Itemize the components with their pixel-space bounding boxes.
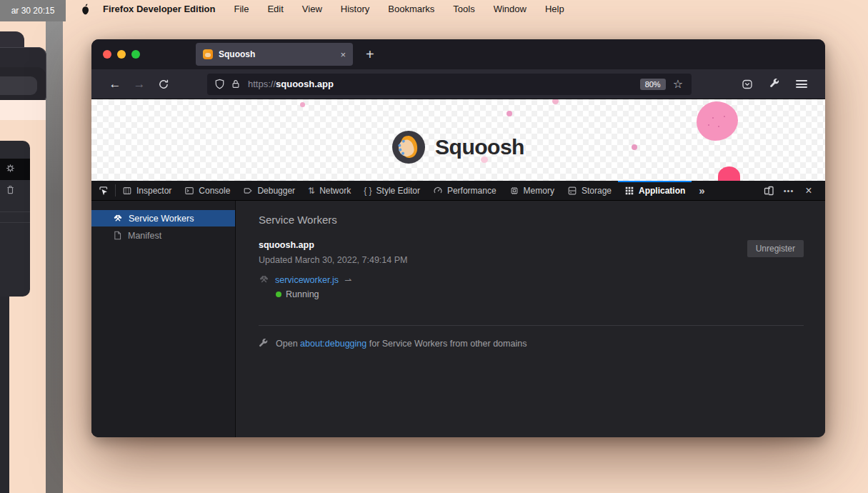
network-icon: ⇅ [308,186,315,196]
url-text: https://squoosh.app [248,79,334,89]
devtools-tab-inspector[interactable]: Inspector [116,181,178,201]
pink-confetti-dot [481,156,488,163]
background-gear-row [0,159,30,180]
sidebar-item-service-workers[interactable]: Service Workers [91,210,235,226]
gear-icon [5,163,16,176]
squoosh-wordmark: Squoosh [435,135,524,159]
menubar-app-name[interactable]: Firefox Developer Edition [103,4,215,14]
pink-confetti-dot [552,99,559,104]
hammers-icon [113,214,123,224]
divider [0,211,30,212]
node-picker-icon[interactable] [91,185,115,196]
pink-confetti-dot [632,144,637,150]
squoosh-logo-icon [392,131,425,164]
devtools-panel: Inspector Console Debugger [91,181,825,437]
application-sidebar: Service Workers Manifest [91,201,236,437]
background-sidebar-window [0,141,30,297]
devtools-tab-debugger[interactable]: Debugger [236,181,301,201]
macos-menubar: Firefox Developer Edition File Edit View… [0,0,868,18]
browser-tab-squoosh[interactable]: Squoosh × [196,43,353,66]
menu-history[interactable]: History [341,4,369,14]
devtools-tab-bar: Inspector Console Debugger [91,181,825,201]
forward-button[interactable]: → [127,77,151,91]
worker-script-link[interactable]: serviceworker.js [275,275,339,285]
braces-icon: { } [364,186,371,196]
devtools-close-icon[interactable]: × [799,184,818,197]
zoom-window-button[interactable] [131,50,140,59]
tab-title: Squoosh [219,49,334,59]
page-content: Squoosh [91,99,825,181]
url-domain: squoosh.app [276,79,334,89]
menu-bookmarks[interactable]: Bookmarks [388,4,434,14]
tab-close-icon[interactable]: × [340,49,346,60]
menu-hamburger-icon[interactable] [789,79,814,90]
lock-icon[interactable] [231,79,241,89]
menu-tools[interactable]: Tools [453,4,474,14]
devtools-tab-performance[interactable]: Performance [426,181,503,201]
sidebar-item-manifest[interactable]: Manifest [91,227,235,244]
menu-edit[interactable]: Edit [267,4,283,14]
navigation-toolbar: ← → https://squoosh.app [91,69,825,99]
devtools-toolbar-right: ••• × [759,184,825,197]
firefox-window: Squoosh × + ← → [91,39,825,437]
minimize-window-button[interactable] [117,50,126,59]
divider [0,222,30,223]
responsive-design-icon[interactable] [759,185,778,196]
url-scheme: https:// [248,79,276,89]
devtools-tab-network[interactable]: ⇅ Network [301,181,357,201]
trash-icon [5,184,16,198]
inspector-icon [122,186,132,196]
squoosh-favicon [203,49,213,59]
shield-icon[interactable] [214,79,225,89]
menu-file[interactable]: File [234,4,249,14]
apple-menu-icon[interactable] [81,4,90,15]
background-window-edge [46,0,63,493]
pink-confetti-dot [300,102,305,107]
tab-bar: Squoosh × + [91,39,825,69]
menu-view[interactable]: View [302,4,322,14]
service-workers-panel: Service Workers squoosh.app Updated Marc… [236,201,825,437]
memory-chip-icon [509,186,519,196]
devtools-tab-style-editor[interactable]: { } Style Editor [357,181,426,201]
pocket-icon[interactable] [735,79,759,90]
devtools-body: Service Workers Manifest Service Workers… [91,201,825,437]
worker-status-row: Running [276,289,804,299]
jump-to-source-icon[interactable]: ⇀ [344,275,351,285]
bookmark-star-icon[interactable]: ☆ [673,77,683,91]
back-button[interactable]: ← [103,77,127,91]
devtools-wrench-icon[interactable] [762,79,787,89]
window-controls [103,50,140,59]
worker-updated-timestamp: Updated March 30, 2022, 7:49:14 PM [259,255,804,265]
debugging-hint-row: Open about:debugging for Service Workers… [259,339,804,349]
url-bar[interactable]: https://squoosh.app 80% ☆ [207,74,692,95]
tab-overflow-chevron-icon[interactable]: » [692,184,710,196]
toolbar-right-icons [735,79,814,90]
devtools-tab-application[interactable]: Application [618,181,692,201]
background-window-strip [0,100,46,120]
devtools-options-icon[interactable]: ••• [779,186,798,195]
debugging-hint-text: Open about:debugging for Service Workers… [276,339,527,349]
menu-window[interactable]: Window [494,4,527,14]
background-trash-row [0,180,30,201]
unregister-button[interactable]: Unregister [747,240,804,257]
menu-help[interactable]: Help [545,4,564,14]
pink-confetti-dot [507,111,512,116]
performance-icon [433,186,443,196]
reload-button[interactable] [151,79,176,90]
about-debugging-link[interactable]: about:debugging [300,339,366,349]
panel-title: Service Workers [259,214,804,226]
hammers-icon [259,274,269,285]
console-icon [184,186,194,196]
debugger-icon [243,186,253,196]
devtools-tab-console[interactable]: Console [178,181,236,201]
pink-blob-small [718,166,740,181]
devtools-tab-memory[interactable]: Memory [503,181,561,201]
devtools-tab-storage[interactable]: Storage [561,181,618,201]
new-tab-button[interactable]: + [366,46,374,63]
document-icon [113,231,122,240]
close-window-button[interactable] [103,50,111,59]
worker-status-label: Running [286,289,319,299]
zoom-level-badge[interactable]: 80% [640,79,666,90]
worker-script-row: serviceworker.js ⇀ [259,274,804,285]
divider [259,325,804,326]
